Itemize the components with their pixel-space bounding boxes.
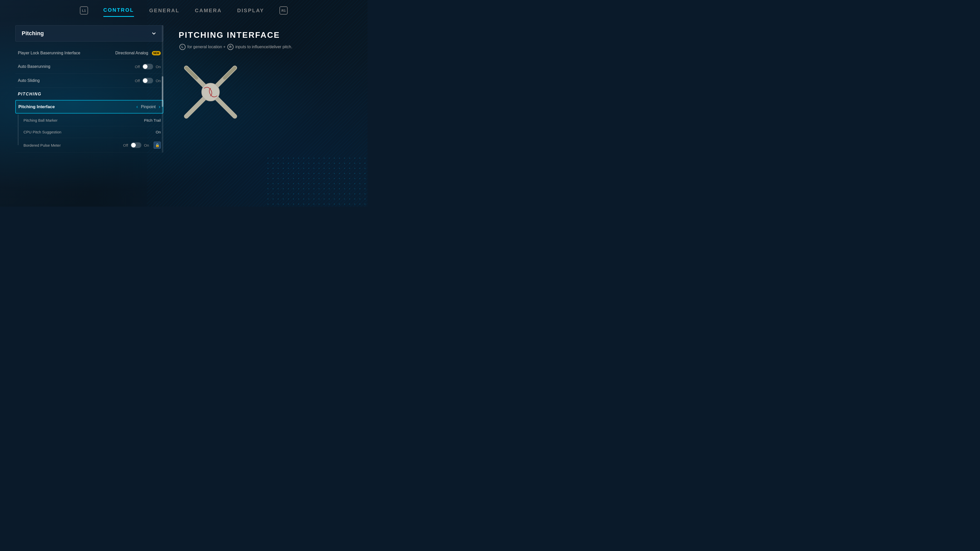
cpu-pitch-suggestion-label: CPU Pitch Suggestion bbox=[21, 130, 61, 134]
auto-baserunning-toggle[interactable] bbox=[142, 64, 153, 69]
pitching-dropdown[interactable]: Pitching bbox=[15, 25, 163, 41]
auto-sliding-on-label: On bbox=[156, 79, 161, 83]
auto-sliding-knob bbox=[143, 78, 148, 83]
setting-pitching-interface[interactable]: Pitching Interface ‹ Pinpoint › bbox=[15, 100, 163, 114]
auto-baserunning-on-label: On bbox=[156, 65, 161, 69]
pitching-ball-marker-value: Pitch Trail bbox=[144, 118, 161, 122]
pitching-interface-right-arrow[interactable]: › bbox=[159, 104, 160, 110]
auto-sliding-toggle-group: Off On bbox=[135, 78, 161, 83]
crossed-bats-icon bbox=[179, 60, 242, 124]
tab-camera-label: CAMERA bbox=[195, 8, 222, 14]
tab-camera[interactable]: CAMERA bbox=[195, 8, 222, 17]
right-panel: PITCHING INTERFACE L for general locatio… bbox=[163, 25, 352, 196]
tab-control-label: CONTROL bbox=[103, 7, 134, 13]
info-desc-text1: for general location + bbox=[187, 44, 226, 50]
bordered-pulse-knob bbox=[131, 143, 136, 148]
svg-point-4 bbox=[202, 83, 220, 101]
chevron-down-icon bbox=[151, 30, 157, 37]
info-description: L for general location + R inputs to inf… bbox=[179, 44, 292, 50]
player-lock-baserunning-value: Directional Analog NEW bbox=[115, 51, 161, 56]
scroll-track bbox=[162, 25, 163, 152]
new-badge: NEW bbox=[152, 51, 161, 56]
tab-r1[interactable]: R1 bbox=[280, 6, 288, 17]
tab-control[interactable]: CONTROL bbox=[103, 7, 134, 17]
top-navigation: L1 CONTROL GENERAL CAMERA DISPLAY R1 bbox=[0, 0, 368, 17]
info-desc-text2: inputs to influence/deliver pitch. bbox=[235, 44, 292, 50]
pitching-interface-value: Pinpoint bbox=[141, 105, 156, 109]
l1-button-icon: L1 bbox=[80, 6, 88, 14]
pitching-interface-label: Pitching Interface bbox=[18, 104, 55, 110]
auto-baserunning-toggle-group: Off On bbox=[135, 64, 161, 69]
bordered-pulse-meter-label: Bordered Pulse Meter bbox=[21, 143, 61, 148]
setting-player-lock-baserunning[interactable]: Player Lock Baserunning Interface Direct… bbox=[15, 47, 163, 60]
settings-list: Player Lock Baserunning Interface Direct… bbox=[15, 47, 163, 152]
player-lock-baserunning-label: Player Lock Baserunning Interface bbox=[18, 51, 80, 56]
tab-display[interactable]: DISPLAY bbox=[237, 8, 264, 17]
r1-button-icon: R1 bbox=[280, 6, 288, 14]
main-content: L1 CONTROL GENERAL CAMERA DISPLAY R1 Pit… bbox=[0, 0, 368, 206]
svg-line-3 bbox=[224, 68, 235, 78]
auto-baserunning-off-label: Off bbox=[135, 65, 140, 69]
bordered-pulse-off-label: Off bbox=[123, 143, 128, 148]
auto-sliding-toggle[interactable] bbox=[142, 78, 153, 83]
scroll-thumb[interactable] bbox=[162, 76, 163, 107]
sub-item-cpu-pitch-suggestion[interactable]: CPU Pitch Suggestion On bbox=[15, 126, 163, 138]
main-layout: Pitching Player Lock Baserunning Interfa… bbox=[0, 17, 368, 204]
tab-display-label: DISPLAY bbox=[237, 8, 264, 14]
dropdown-title: Pitching bbox=[22, 30, 44, 37]
setting-auto-baserunning[interactable]: Auto Baserunning Off On bbox=[15, 60, 163, 74]
lock-icon: 🔒 bbox=[154, 141, 161, 149]
pitching-interface-selector: ‹ Pinpoint › bbox=[136, 104, 160, 110]
sub-item-pitching-ball-marker[interactable]: Pitching Ball Marker Pitch Trail bbox=[15, 114, 163, 126]
tab-general-label: GENERAL bbox=[149, 8, 180, 14]
info-title: PITCHING INTERFACE bbox=[179, 30, 280, 40]
auto-sliding-label: Auto Sliding bbox=[18, 78, 40, 83]
pitching-icon-area bbox=[179, 60, 242, 124]
cpu-pitch-suggestion-value: On bbox=[156, 130, 161, 134]
auto-baserunning-knob bbox=[143, 64, 148, 69]
sub-item-bordered-pulse-meter[interactable]: Bordered Pulse Meter Off On 🔒 bbox=[15, 138, 163, 152]
bordered-pulse-meter-group: Off On 🔒 bbox=[123, 141, 161, 149]
tab-general[interactable]: GENERAL bbox=[149, 8, 180, 17]
svg-line-1 bbox=[186, 68, 197, 78]
bordered-pulse-on-label: On bbox=[144, 143, 149, 148]
auto-sliding-off-label: Off bbox=[135, 79, 140, 83]
player-lock-value-text: Directional Analog bbox=[115, 51, 148, 56]
bordered-pulse-toggle[interactable] bbox=[130, 142, 142, 148]
tab-l1[interactable]: L1 bbox=[80, 6, 88, 17]
auto-baserunning-label: Auto Baserunning bbox=[18, 64, 50, 69]
pitching-interface-left-arrow[interactable]: ‹ bbox=[136, 104, 138, 110]
pitching-ball-marker-label: Pitching Ball Marker bbox=[21, 118, 57, 122]
setting-auto-sliding[interactable]: Auto Sliding Off On bbox=[15, 74, 163, 88]
left-panel: Pitching Player Lock Baserunning Interfa… bbox=[15, 25, 163, 196]
l-button-circle: L bbox=[180, 44, 186, 50]
pitching-section-title: PITCHING bbox=[15, 88, 163, 99]
r-button-circle: R bbox=[228, 44, 234, 50]
